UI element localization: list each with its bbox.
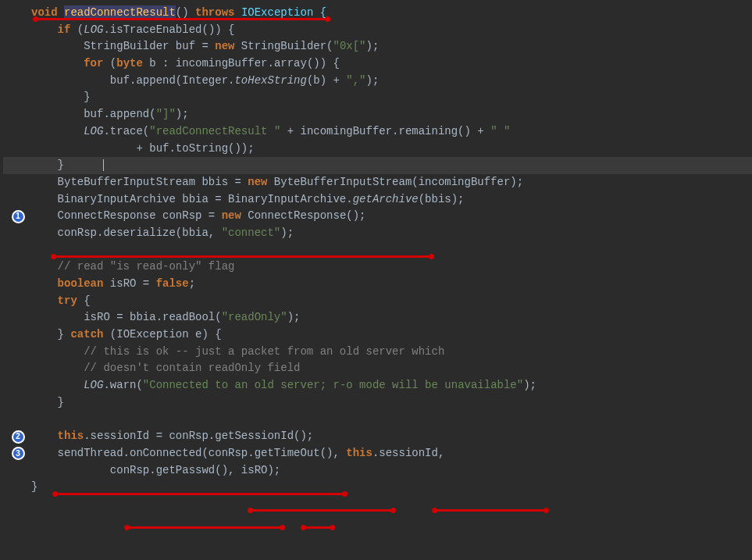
- underline-6: [127, 526, 283, 529]
- code-line: 3 sendThread.onConnected(conRsp.getTimeO…: [3, 445, 752, 462]
- code-line: // this is ok -- just a packet from an o…: [3, 344, 752, 361]
- code-line: + buf.toString());: [3, 141, 752, 158]
- code-line: 2 this.sessionId = conRsp.getSessionId()…: [3, 428, 752, 445]
- code-line: ByteBufferInputStream bbis = new ByteBuf…: [3, 174, 752, 191]
- annotation-badge-3: 3: [9, 445, 27, 462]
- annotation-badge-2: 2: [9, 428, 27, 445]
- annotation-badge-1: 1: [9, 208, 27, 225]
- code-line: }: [3, 89, 752, 106]
- code-line: // doesn't contain readOnly field: [3, 360, 752, 377]
- code-line: isRO = bbia.readBool("readOnly");: [3, 309, 752, 326]
- code-line: for (byte b : incomingBuffer.array()) {: [3, 55, 752, 73]
- code-line: StringBuilder buf = new StringBuilder("0…: [3, 38, 752, 55]
- underline-7: [303, 526, 333, 529]
- code-line: BinaryInputArchive bbia = BinaryInputArc…: [3, 191, 752, 209]
- code-line: LOG.warn("Connected to an old server; r-…: [3, 377, 752, 394]
- code-line: LOG.trace("readConnectResult " + incomin…: [3, 123, 752, 141]
- code-line: 1 ConnectResponse conRsp = new ConnectRe…: [3, 208, 752, 225]
- code-line: }: [3, 394, 752, 412]
- code-line: } catch (IOException e) {: [3, 326, 752, 344]
- code-line-blank: [3, 412, 752, 429]
- code-line: conRsp.deserialize(bbia, "connect");: [3, 225, 752, 242]
- code-line: if (LOG.isTraceEnabled()) {: [3, 22, 752, 39]
- underline-5: [434, 509, 547, 512]
- underline-1: [35, 18, 328, 20]
- code-line-highlighted: }: [3, 157, 752, 174]
- code-editor: void readConnectResult() throws IOExcept…: [0, 0, 752, 560]
- underline-2: [53, 255, 432, 258]
- code-line: conRsp.getPasswd(), isRO);: [3, 462, 752, 480]
- code-line: buf.append(Integer.toHexString(b) + ",")…: [3, 73, 752, 90]
- underline-4: [250, 509, 394, 512]
- underline-3: [55, 493, 345, 495]
- code-line: buf.append("]");: [3, 106, 752, 123]
- code-line: boolean isRO = false;: [3, 276, 752, 293]
- code-line: // read "is read-only" flag: [3, 259, 752, 276]
- code-line: try {: [3, 293, 752, 310]
